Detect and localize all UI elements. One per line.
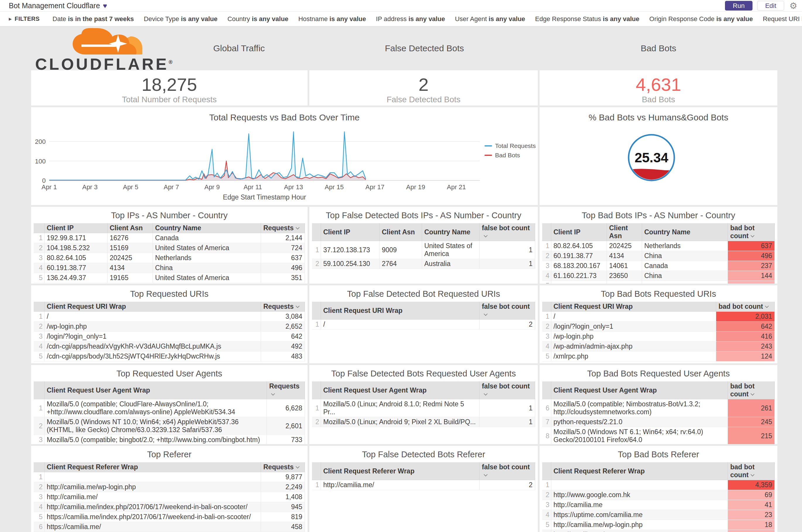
- table-row[interactable]: 4/cdn-cgi/apps/head/xVgyKhR-vV3dAUGhMqfB…: [34, 342, 305, 352]
- table-row[interactable]: 6https://camilia.me/458: [34, 522, 305, 532]
- column-header[interactable]: Client Request Referer Wrap: [551, 462, 728, 480]
- count-column-header[interactable]: false bot count: [479, 223, 535, 241]
- table-cell[interactable]: /login/?login_only=1: [551, 322, 716, 331]
- table-row[interactable]: 3http://camilia.me/1,408: [34, 492, 305, 502]
- table-cell[interactable]: 68.183.200.167: [551, 261, 607, 271]
- table-row[interactable]: 461.160.221.7323650China144: [542, 271, 775, 281]
- table-cell[interactable]: python-requests/2.21.0: [551, 417, 728, 427]
- count-column-header[interactable]: false bot count: [479, 302, 535, 320]
- table-cell[interactable]: /wp-admin/admin-ajax.php: [551, 342, 716, 352]
- table-cell[interactable]: 15169: [107, 243, 153, 253]
- count-cell[interactable]: 18: [728, 520, 775, 530]
- table-cell[interactable]: 80.82.64.105: [551, 241, 607, 251]
- table-cell[interactable]: 2764: [379, 259, 422, 269]
- filter-item[interactable]: Origin Response Code is any value: [649, 15, 753, 23]
- count-cell[interactable]: 69: [728, 490, 775, 500]
- count-cell[interactable]: [728, 281, 775, 284]
- count-cell[interactable]: 11: [728, 530, 775, 532]
- count-cell[interactable]: 945: [261, 502, 305, 512]
- count-column-header[interactable]: false bot count: [479, 462, 535, 480]
- table-row[interactable]: 2http://www.google.com.hk69: [542, 490, 775, 500]
- table-cell[interactable]: http://camilia.me/wp-login.php: [44, 482, 261, 492]
- table-row[interactable]: 380.82.64.105202425Netherlands637: [34, 253, 305, 263]
- count-cell[interactable]: 2,601: [267, 417, 305, 435]
- table-cell[interactable]: [642, 281, 728, 284]
- table-row[interactable]: 5/xmlrpc.php124: [542, 352, 775, 361]
- column-header[interactable]: Client Request URI Wrap: [551, 302, 716, 312]
- column-header[interactable]: Client Request Referer Wrap: [44, 462, 261, 472]
- count-cell[interactable]: 6,628: [267, 399, 305, 417]
- table-row[interactable]: 180.82.64.105202425Netherlands637: [542, 241, 775, 251]
- column-header[interactable]: Client IP: [44, 223, 107, 233]
- table-cell[interactable]: http://camilia.me: [551, 500, 728, 510]
- table-cell[interactable]: https://camilia.me/: [44, 522, 261, 532]
- table-row[interactable]: 19,877: [34, 472, 305, 482]
- table-cell[interactable]: 19165: [107, 273, 153, 283]
- column-header[interactable]: Client IP: [321, 223, 379, 241]
- count-cell[interactable]: 2: [479, 320, 535, 329]
- legend-item[interactable]: Total Requests: [484, 142, 536, 149]
- table-cell[interactable]: Netherlands: [153, 253, 261, 263]
- count-cell[interactable]: 496: [261, 263, 305, 273]
- edit-button[interactable]: Edit: [757, 1, 784, 11]
- table-cell[interactable]: /xmlrpc.php: [551, 352, 716, 361]
- table-row[interactable]: 460.191.38.774134China496: [34, 263, 305, 273]
- count-column-header[interactable]: bad bot count: [728, 381, 775, 399]
- table-row[interactable]: 8Mozilla/5.0 (Windows NT 6.1; Win64; x64…: [542, 427, 775, 444]
- table-cell[interactable]: 192.99.8.171: [44, 233, 107, 243]
- table-row[interactable]: 3Mozilla/5.0 (compatible; bingbot/2.0; +…: [34, 435, 305, 444]
- table-row[interactable]: 1/2,031: [542, 312, 775, 322]
- count-column-header[interactable]: Requests: [261, 302, 305, 312]
- table-cell[interactable]: http://camilia.me/: [551, 530, 728, 532]
- count-column-header[interactable]: bad bot count: [728, 462, 775, 480]
- table-cell[interactable]: 4134: [107, 263, 153, 273]
- count-cell[interactable]: 642: [716, 322, 775, 331]
- table-cell[interactable]: /cdn-cgi/apps/head/xVgyKhR-vV3dAUGhMqfBc…: [44, 342, 261, 352]
- table-row[interactable]: 137.120.138.1739009United States of Amer…: [312, 241, 535, 259]
- count-cell[interactable]: 2,652: [261, 322, 305, 331]
- table-cell[interactable]: /wp-login.php: [44, 322, 261, 331]
- table-cell[interactable]: 9009: [379, 241, 422, 259]
- table-cell[interactable]: Canada: [642, 261, 728, 271]
- count-cell[interactable]: 1: [479, 259, 535, 269]
- table-row[interactable]: 3/wp-login.php416: [542, 331, 775, 342]
- table-cell[interactable]: /: [44, 312, 261, 322]
- table-cell[interactable]: Canada: [153, 233, 261, 243]
- count-cell[interactable]: 2,144: [261, 233, 305, 243]
- count-cell[interactable]: 261: [728, 399, 775, 417]
- filter-item[interactable]: Date is in the past 7 weeks: [53, 15, 134, 23]
- table-row[interactable]: 368.183.200.16714061Canada237: [542, 261, 775, 271]
- table-cell[interactable]: 136.24.49.37: [44, 273, 107, 283]
- column-header[interactable]: Country Name: [642, 223, 728, 241]
- table-cell[interactable]: 202425: [107, 253, 153, 263]
- table-row[interactable]: 5136.24.49.3719165United States of Ameri…: [34, 273, 305, 283]
- table-cell[interactable]: 59.100.254.130: [321, 259, 379, 269]
- gear-icon[interactable]: ⚙: [789, 1, 797, 10]
- column-header[interactable]: Client Asn: [379, 223, 422, 241]
- column-header[interactable]: Client Request User Agent Wrap: [551, 381, 728, 399]
- table-row[interactable]: 259.100.254.1302764Australia1: [312, 259, 535, 269]
- count-cell[interactable]: 4,359: [728, 480, 775, 490]
- table-cell[interactable]: 4134: [607, 251, 642, 261]
- table-row[interactable]: 1/2: [312, 320, 535, 329]
- table-cell[interactable]: http://camilia.me/index.php/2017/06/17/w…: [44, 502, 261, 512]
- table-cell[interactable]: United States of America: [153, 273, 261, 283]
- filter-item[interactable]: Country is any value: [227, 15, 288, 23]
- count-cell[interactable]: 637: [728, 241, 775, 251]
- count-cell[interactable]: 2,249: [261, 482, 305, 492]
- table-row[interactable]: 2/login/?login_only=1642: [542, 322, 775, 331]
- legend-item[interactable]: Bad Bots: [484, 152, 536, 159]
- table-cell[interactable]: /cdn-cgi/apps/body/3Lh52SjWTQ4HRlErJykHq…: [44, 352, 261, 361]
- table-cell[interactable]: /: [321, 320, 479, 329]
- table-cell[interactable]: Mozilla/5.0 (compatible; bingbot/2.0; +h…: [44, 435, 267, 444]
- table-row[interactable]: 2http://camilia.me/wp-login.php2,249: [34, 482, 305, 492]
- count-column-header[interactable]: Requests: [261, 223, 305, 233]
- table-cell[interactable]: Mozilla/5.0 (compatible; CloudFlare-Alwa…: [44, 399, 267, 417]
- table-cell[interactable]: China: [153, 263, 261, 273]
- table-row[interactable]: 1192.99.8.17116276Canada2,144: [34, 233, 305, 243]
- filter-item[interactable]: Edge Response Status is any value: [535, 15, 639, 23]
- table-cell[interactable]: Australia: [422, 259, 479, 269]
- table-row[interactable]: 2Mozilla/5.0 (Windows NT 10.0; Win64; x6…: [34, 417, 305, 435]
- count-cell[interactable]: 1: [479, 417, 535, 427]
- table-cell[interactable]: http://camilia.me/: [44, 492, 261, 502]
